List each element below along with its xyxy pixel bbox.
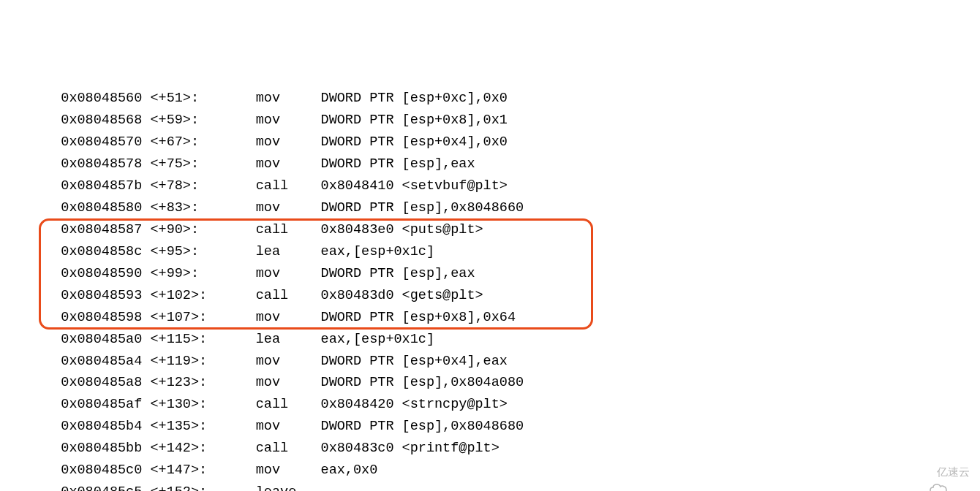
- asm-instruction-row: 0x08048568 <+59>: mov DWORD PTR [esp+0x8…: [37, 110, 980, 132]
- asm-instruction-row: 0x080485a4 <+119>: mov DWORD PTR [esp+0x…: [37, 351, 980, 373]
- asm-instruction-row: 0x08048570 <+67>: mov DWORD PTR [esp+0x4…: [37, 132, 980, 153]
- asm-instruction-row: 0x08048578 <+75>: mov DWORD PTR [esp],ea…: [37, 153, 980, 175]
- asm-instruction-row: 0x080485bb <+142>: call 0x80483c0 <print…: [37, 438, 980, 460]
- asm-instruction-row: 0x080485c0 <+147>: mov eax,0x0: [37, 460, 980, 482]
- asm-instruction-row: 0x08048598 <+107>: mov DWORD PTR [esp+0x…: [37, 307, 980, 329]
- asm-instruction-row: 0x080485a0 <+115>: lea eax,[esp+0x1c]: [37, 329, 980, 351]
- asm-instruction-row: 0x08048587 <+90>: call 0x80483e0 <puts@p…: [37, 219, 980, 241]
- disassembly-listing: 0x08048560 <+51>: mov DWORD PTR [esp+0xc…: [37, 88, 980, 491]
- asm-instruction-row: 0x08048593 <+102>: call 0x80483d0 <gets@…: [37, 285, 980, 307]
- asm-instruction-row: 0x080485a8 <+123>: mov DWORD PTR [esp],0…: [37, 372, 980, 394]
- asm-instruction-row: 0x0804858c <+95>: lea eax,[esp+0x1c]: [37, 241, 980, 263]
- asm-instruction-row: 0x0804857b <+78>: call 0x8048410 <setvbu…: [37, 175, 980, 197]
- asm-instruction-row: 0x08048560 <+51>: mov DWORD PTR [esp+0xc…: [37, 88, 980, 110]
- asm-instruction-row: 0x08048590 <+99>: mov DWORD PTR [esp],ea…: [37, 263, 980, 285]
- asm-instruction-row: 0x080485af <+130>: call 0x8048420 <strnc…: [37, 394, 980, 416]
- asm-instruction-row: 0x08048580 <+83>: mov DWORD PTR [esp],0x…: [37, 197, 980, 219]
- asm-instruction-row: 0x080485c5 <+152>: leave: [37, 482, 980, 491]
- asm-instruction-row: 0x080485b4 <+135>: mov DWORD PTR [esp],0…: [37, 416, 980, 438]
